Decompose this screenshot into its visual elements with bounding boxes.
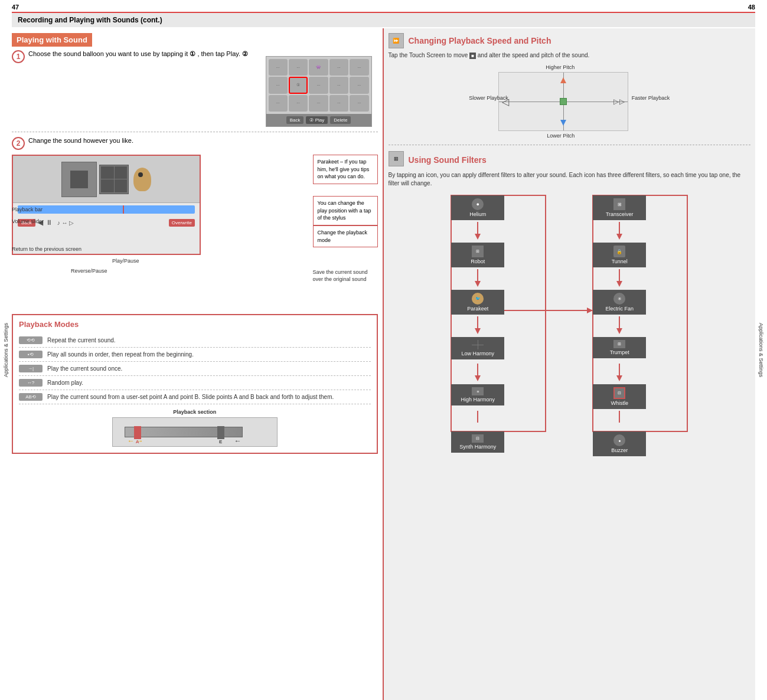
- playback-section-label: Playback section: [19, 409, 371, 415]
- section-title: Playing with Sound: [12, 33, 92, 47]
- side-label-left: Applications & Settings: [0, 0, 12, 700]
- marker-e: E: [217, 426, 224, 439]
- header-bar: Recording and Playing with Sounds (cont.…: [12, 12, 755, 27]
- speed-title: Changing Playback Speed and Pitch: [409, 36, 551, 45]
- right-column: ⏩ Changing Playback Speed and Pitch Tap …: [384, 28, 756, 700]
- filters-section: ⊞ Using Sound Filters By tapping an icon…: [389, 151, 751, 446]
- grid-cell[interactable]: ···: [269, 77, 288, 93]
- grid-cell[interactable]: ···: [269, 95, 288, 112]
- svg-marker-3: [475, 281, 481, 287]
- play-btn[interactable]: ② Play: [306, 116, 328, 124]
- filter-low-harmony[interactable]: Low Harmony: [451, 337, 504, 359]
- filter-electric-fan[interactable]: ✳ Electric Fan: [593, 290, 646, 315]
- step-2-circle: 2: [12, 137, 25, 150]
- filter-high-harmony[interactable]: ≡ High Harmony: [451, 384, 504, 405]
- mode-label-once: Play the current sound once.: [47, 365, 122, 372]
- playback-bar[interactable]: [18, 205, 195, 214]
- filter-title: Using Sound Filters: [409, 155, 487, 165]
- higher-pitch-label: Higher Pitch: [546, 64, 575, 70]
- mode-icon-once: →|: [19, 365, 43, 372]
- mode-icon-ab: AB⟲: [19, 393, 43, 401]
- svg-marker-7: [475, 375, 481, 381]
- mode-label-ab: Play the current sound from a user-set p…: [47, 394, 334, 400]
- filter-helium[interactable]: ● Helium: [451, 195, 504, 220]
- pause-btn[interactable]: ⏸: [45, 218, 53, 227]
- volume-slider-label: Volume slider: [12, 218, 44, 224]
- side-label-right: Applications & Settings: [755, 0, 767, 700]
- grid-cell[interactable]: ···: [329, 95, 348, 112]
- filter-parakeet[interactable]: 🐦 Parakeet: [451, 290, 504, 315]
- mode-label-repeat: Repeat the current sound.: [47, 337, 116, 344]
- mode-row-repeat: ⟲⟲ Repeat the current sound.: [19, 333, 371, 348]
- grid-cell[interactable]: ···: [269, 59, 288, 76]
- lower-pitch-label: Lower Pitch: [547, 133, 575, 139]
- mode-label-random: Random play.: [47, 380, 83, 386]
- delete-btn[interactable]: Delete: [330, 116, 351, 124]
- save-sound-label: Save the current sound over the original…: [313, 269, 378, 283]
- grid-cell[interactable]: ···: [289, 59, 308, 76]
- filter-desc: By tapping an icon, you can apply differ…: [389, 171, 751, 188]
- filter-whistle[interactable]: ⊟ Whistle: [593, 384, 646, 409]
- playback-mode-callout: Change the playback mode: [313, 225, 378, 247]
- music-icons: ♪ ↔ ▷: [57, 220, 74, 226]
- svg-marker-16: [616, 375, 622, 381]
- mode-icon-all: ▪⟲: [19, 351, 43, 358]
- mode-icon-random: ↔?: [19, 379, 43, 387]
- playback-modes-title: Playback Modes: [19, 320, 371, 329]
- filter-synth-harmony[interactable]: ⊟ Synth Harmony: [451, 431, 504, 453]
- pitch-down-arrow: [560, 120, 566, 126]
- mode-row-ab: AB⟲ Play the current sound from a user-s…: [19, 390, 371, 404]
- slower-playback-label: Slower Playback: [469, 95, 508, 101]
- grid-cell[interactable]: 👾: [309, 59, 328, 76]
- mode-label-all: Play all sounds in order, then repeat fr…: [47, 351, 194, 358]
- return-prev-label: Return to the previous screen: [12, 246, 81, 252]
- grid-cell[interactable]: ···: [350, 59, 368, 76]
- filter-robot[interactable]: ⊞ Robot: [451, 243, 504, 267]
- speed-icon: ⏩: [389, 33, 404, 48]
- filter-transceiver[interactable]: ⊞ Transceiver: [593, 195, 646, 220]
- filter-icon: ⊞: [389, 151, 404, 166]
- mode-row-random: ↔? Random play.: [19, 376, 371, 390]
- fast-arrow: ▷▷: [613, 97, 625, 106]
- grid-cell[interactable]: ···: [350, 77, 368, 93]
- step-2-text: Change the sound however you like.: [28, 137, 378, 144]
- pitch-up-arrow: [560, 77, 566, 83]
- step-1-circle: 1: [12, 50, 25, 63]
- screenshot-footer: Back ② Play Delete: [266, 114, 371, 126]
- playback-bar-label: Playback bar: [12, 207, 43, 212]
- speed-desc: Tap the Touch Screen to move ■ and alter…: [389, 52, 751, 58]
- svg-marker-21: [587, 308, 593, 313]
- svg-marker-1: [475, 234, 481, 240]
- filter-buzzer[interactable]: ● Buzzer: [593, 431, 646, 456]
- svg-marker-14: [616, 328, 622, 334]
- grid-cell[interactable]: ···: [329, 59, 348, 76]
- play-position-callout: You can change the play position with a …: [313, 196, 378, 225]
- grid-cell-selected[interactable]: ①: [289, 77, 308, 93]
- faster-playback-label: Faster Playback: [632, 95, 670, 101]
- parakeet-callout: Parakeet – If you tap him, he'll give yo…: [313, 155, 378, 184]
- mode-row-once: →| Play the current sound once.: [19, 362, 371, 376]
- grid-cell[interactable]: ···: [329, 77, 348, 93]
- page-number-right: 48: [748, 4, 755, 11]
- left-column: Playing with Sound 1 Choose the sound ba…: [12, 28, 384, 700]
- svg-marker-12: [616, 281, 622, 287]
- mode-row-all: ▪⟲ Play all sounds in order, then repeat…: [19, 348, 371, 362]
- svg-marker-10: [616, 234, 622, 240]
- page-number-left: 47: [12, 4, 19, 11]
- overwrite-btn[interactable]: Overwrite: [169, 219, 195, 227]
- grid-cell[interactable]: ···: [309, 77, 328, 93]
- grid-cell[interactable]: ···: [309, 95, 328, 112]
- mode-icon-repeat: ⟲⟲: [19, 336, 43, 344]
- play-pause-label: Play/Pause: [112, 258, 139, 264]
- filter-trumpet[interactable]: ⊞ Trumpet: [593, 337, 646, 358]
- screenshot-box: ··· ··· 👾 ··· ··· ··· ① ··· ··· ···: [266, 56, 372, 127]
- svg-marker-5: [475, 328, 481, 334]
- filter-tunnel[interactable]: 🔒 Tunnel: [593, 243, 646, 267]
- grid-cell[interactable]: ···: [350, 95, 368, 112]
- back-btn[interactable]: Back: [286, 116, 304, 124]
- grid-cell[interactable]: ···: [289, 95, 308, 112]
- reverse-pause-label: Reverse/Pause: [71, 268, 107, 274]
- playback-modes-box: Playback Modes ⟲⟲ Repeat the current sou…: [12, 314, 378, 454]
